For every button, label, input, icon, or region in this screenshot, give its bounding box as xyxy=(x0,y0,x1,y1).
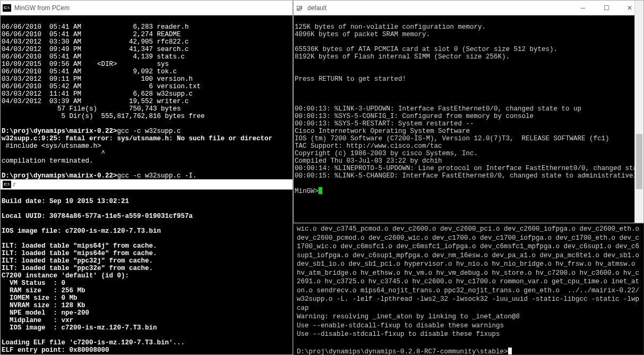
sub-title-text: r xyxy=(13,181,15,188)
cmd: gcc -c w32supp.c -I. xyxy=(117,172,197,179)
putty-terminal[interactable]: 125K bytes of non-volatile configuration… xyxy=(294,15,634,223)
prompt: D:\proj\dynamips\mairix-0.22> xyxy=(2,172,117,179)
prompt: D:\proj\dynamips\mairix-0.22> xyxy=(2,128,117,135)
mingw-terminal-upper[interactable]: 06/06/2010 05:41 AM 6,283 reader.h 06/06… xyxy=(1,15,293,179)
cmd-icon: C:\ xyxy=(3,181,11,188)
putty-line: Cisco Internetwork Operating System Soft… xyxy=(295,128,470,135)
maximize-button[interactable]: ☐ xyxy=(595,1,618,15)
cursor xyxy=(508,348,512,354)
build-line: Loading ELF file 'c7200-is-mz.120-7.T3.b… xyxy=(2,339,185,346)
putty-line: 65536K bytes of ATA PCMCIA card at slot … xyxy=(295,46,557,53)
dir-line: 04/03/2012 03:39 AM 19,552 writer.c xyxy=(2,98,189,105)
putty-line: IOS (tm) 7200 Software (C7200-IS-M), Ver… xyxy=(295,135,609,142)
build-line: Local UUID: 30784a86-577a-11e5-a559-0190… xyxy=(2,213,193,220)
putty-line: 00:00:13: %SYS-5-CONFIG_I: Configured fr… xyxy=(295,113,534,120)
build-line: ILT: loaded table "ppc32e" from cache. xyxy=(2,265,153,272)
sub-titlebar[interactable]: C:\ r xyxy=(1,179,293,190)
putty-icon: 🖳 xyxy=(296,4,304,12)
cursor xyxy=(319,187,322,194)
build-line: IOS image file: c7200-is-mz.120-7.T3.bin xyxy=(2,227,161,235)
build-line: Midplane : vxr xyxy=(2,317,73,324)
putty-line: TAC Support: http://www.cisco.com/tac xyxy=(295,142,442,150)
dir-line: 5 Dir(s) 555,817,762,816 bytes free xyxy=(2,113,205,120)
build-line: ILT: loaded table "mips64j" from cache. xyxy=(2,242,157,250)
err-line: w32supp.c:9:25: fatal error: sys/utsname… xyxy=(2,135,272,142)
dir-line: 03/03/2012 11:41 PM 6,628 w32supp.c xyxy=(2,90,193,98)
warn-line: Warning: resolving _inet_aton by linking… xyxy=(297,313,520,320)
putty-titlebar[interactable]: 🖳 default ─ ☐ ✕ xyxy=(294,1,643,15)
build-line: RAM size : 256 Mb xyxy=(2,287,85,294)
dir-line: 04/03/2012 09:49 PM 41,347 search.c xyxy=(2,46,189,53)
putty-line: 00:00:14: %LINEPROTO-5-UPDOWN: Line prot… xyxy=(295,165,634,172)
putty-line: 125K bytes of non-volatile configuration… xyxy=(295,23,486,31)
build-line: C7200 instance 'default' (id 0): xyxy=(2,272,129,280)
putty-window: 🖳 default ─ ☐ ✕ 125K bytes of non-volati… xyxy=(293,0,644,223)
dir-line: 57 File(s) 750,743 bytes xyxy=(2,105,181,113)
warn-line: Use --enable-stdcall-fixup to disable th… xyxy=(297,322,504,329)
build-line: ELF entry point: 0x80008000 xyxy=(2,346,109,354)
dir-line: 10/09/2015 09:56 AM <DIR> sys xyxy=(2,61,169,68)
warn-line: Use --disable-stdcall-fixup to disable t… xyxy=(297,331,500,338)
dir-line: 06/06/2010 05:41 AM 6,283 reader.h xyxy=(2,23,189,31)
build-line: VM Status : 0 xyxy=(2,280,65,287)
mingw-terminal-lower[interactable]: Build date: Sep 10 2015 13:02:21 Local U… xyxy=(1,190,293,354)
build-line: Build date: Sep 10 2015 13:02:21 xyxy=(2,198,129,205)
build-line: ILT: loaded table "ppc32j" from cache. xyxy=(2,257,153,265)
compile-line: wic.o dev_c3745_pcmod.o dev_c2600.o dev_… xyxy=(297,225,643,312)
mingw-titlebar[interactable]: C:\ MinGW from PCem xyxy=(1,1,293,15)
minimize-button[interactable]: ─ xyxy=(571,1,595,15)
dir-line: 06/06/2010 05:41 AM 2,274 README xyxy=(2,31,181,38)
putty-scrollbar[interactable] xyxy=(634,1,643,223)
dir-line: 04/03/2012 03:30 AM 42,905 rfc822.c xyxy=(2,38,189,46)
mingw-title-text: MinGW from PCem xyxy=(14,4,290,12)
err-line: #include <sys/utsname.h> xyxy=(2,142,101,150)
putty-line: Copyright (c) 1986-2003 by cisco Systems… xyxy=(295,150,478,157)
build-line: IOMEM size : 0 Mb xyxy=(2,294,78,302)
putty-line: 00:00:15: %LINK-5-CHANGED: Interface Fas… xyxy=(295,172,634,180)
dir-line: 03/03/2012 09:11 PM 100 version.h xyxy=(2,75,193,83)
dir-line: 06/06/2010 05:41 AM 4,139 stats.c xyxy=(2,53,185,61)
err-line: compilation terminated. xyxy=(2,157,93,165)
dir-line: 06/06/2010 05:42 AM 6 version.txt xyxy=(2,83,201,90)
build-line: NVRAM size : 128 Kb xyxy=(2,302,85,309)
putty-title-text: default xyxy=(307,4,568,12)
build-prompt[interactable]: D:\proj\dynamips\dynamips-0.2.8-RC7-comm… xyxy=(297,348,508,355)
putty-line: Compiled Thu 03-Jul-03 23:22 by dchih xyxy=(295,157,442,165)
putty-line: 00:00:13: %LINK-3-UPDOWN: Interface Fast… xyxy=(295,105,581,113)
build-output-terminal[interactable]: wic.o dev_c3745_pcmod.o dev_c2600.o dev_… xyxy=(293,223,644,355)
putty-line: 00:00:13: %SYS-5-RESTART: System restart… xyxy=(295,120,474,128)
cmd-icon: C:\ xyxy=(3,4,11,12)
build-line: ILT: loaded table "mips64e" from cache. xyxy=(2,250,157,257)
dir-line: 06/06/2010 05:41 AM 9,092 tok.c xyxy=(2,68,177,75)
build-line: IOS image : c7200-is-mz.120-7.T3.bin xyxy=(2,324,157,332)
mingw-cmd-window: C:\ MinGW from PCem 06/06/2010 05:41 AM … xyxy=(0,0,293,355)
err-caret: ^ xyxy=(2,150,105,157)
putty-line: 4096K bytes of packet SRAM memory. xyxy=(295,31,430,38)
scrollbar-thumb[interactable] xyxy=(636,134,642,190)
putty-line: Press RETURN to get started! xyxy=(295,75,406,83)
window-controls: ─ ☐ ✕ xyxy=(571,1,641,15)
putty-prompt[interactable]: MinGW> xyxy=(295,188,319,195)
cmd: gcc -c w32supp.c xyxy=(117,128,181,135)
build-line: NPE model : npe-200 xyxy=(2,309,89,317)
putty-line: 8192K bytes of Flash internal SIMM (Sect… xyxy=(295,53,510,61)
